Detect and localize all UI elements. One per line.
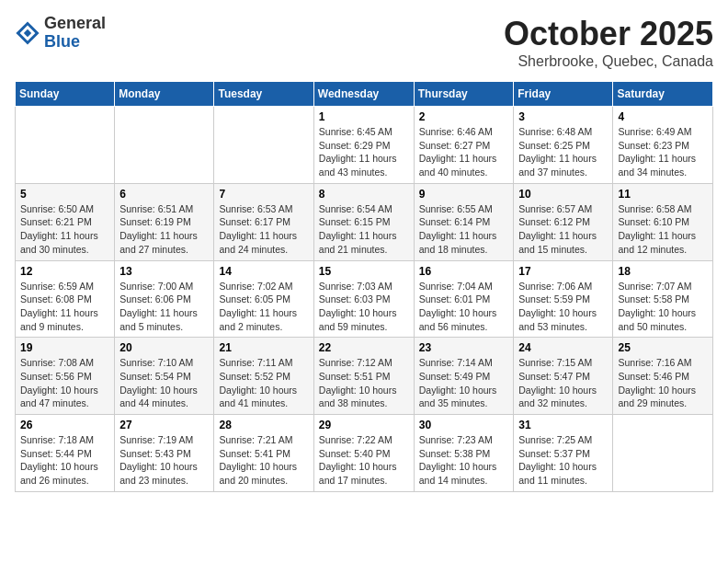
day-info: Sunrise: 7:07 AM Sunset: 5:58 PM Dayligh… xyxy=(618,280,708,334)
day-info: Sunrise: 7:11 AM Sunset: 5:52 PM Dayligh… xyxy=(219,356,308,410)
logo-general-text: General xyxy=(44,15,106,33)
day-info: Sunrise: 6:54 AM Sunset: 6:15 PM Dayligh… xyxy=(319,202,409,257)
day-number: 6 xyxy=(119,188,209,201)
table-row: 18Sunrise: 7:07 AM Sunset: 5:58 PM Dayli… xyxy=(613,260,713,338)
calendar-week-row: 12Sunrise: 6:59 AM Sunset: 6:08 PM Dayli… xyxy=(16,260,713,338)
table-row: 11Sunrise: 6:58 AM Sunset: 6:10 PM Dayli… xyxy=(613,183,713,260)
day-info: Sunrise: 7:14 AM Sunset: 5:49 PM Dayligh… xyxy=(419,356,509,410)
day-info: Sunrise: 7:22 AM Sunset: 5:40 PM Dayligh… xyxy=(319,433,409,488)
day-info: Sunrise: 7:12 AM Sunset: 5:51 PM Dayligh… xyxy=(319,356,409,410)
table-row: 28Sunrise: 7:21 AM Sunset: 5:41 PM Dayli… xyxy=(214,415,313,492)
table-row: 22Sunrise: 7:12 AM Sunset: 5:51 PM Dayli… xyxy=(313,338,414,415)
table-row: 24Sunrise: 7:15 AM Sunset: 5:47 PM Dayli… xyxy=(514,338,613,415)
day-info: Sunrise: 6:58 AM Sunset: 6:10 PM Dayligh… xyxy=(618,202,708,257)
col-saturday: Saturday xyxy=(613,82,713,107)
table-row: 7Sunrise: 6:53 AM Sunset: 6:17 PM Daylig… xyxy=(214,183,313,260)
calendar-week-row: 1Sunrise: 6:45 AM Sunset: 6:29 PM Daylig… xyxy=(16,107,713,184)
day-number: 22 xyxy=(319,341,409,354)
table-row: 4Sunrise: 6:49 AM Sunset: 6:23 PM Daylig… xyxy=(613,107,713,184)
col-wednesday: Wednesday xyxy=(313,82,414,107)
title-block: October 2025 Sherbrooke, Quebec, Canada xyxy=(504,15,713,70)
day-info: Sunrise: 6:59 AM Sunset: 6:08 PM Dayligh… xyxy=(20,280,109,334)
day-info: Sunrise: 7:25 AM Sunset: 5:37 PM Dayligh… xyxy=(518,433,608,488)
col-tuesday: Tuesday xyxy=(214,82,313,107)
day-info: Sunrise: 6:53 AM Sunset: 6:17 PM Dayligh… xyxy=(219,202,308,257)
day-info: Sunrise: 7:08 AM Sunset: 5:56 PM Dayligh… xyxy=(20,356,109,410)
month-title: October 2025 xyxy=(504,15,713,53)
day-number: 25 xyxy=(618,341,708,354)
table-row: 26Sunrise: 7:18 AM Sunset: 5:44 PM Dayli… xyxy=(16,415,115,492)
logo: General Blue xyxy=(15,15,106,52)
day-number: 8 xyxy=(319,188,409,201)
day-info: Sunrise: 7:04 AM Sunset: 6:01 PM Dayligh… xyxy=(419,280,509,334)
calendar-table: Sunday Monday Tuesday Wednesday Thursday… xyxy=(15,81,713,492)
page-header: General Blue October 2025 Sherbrooke, Qu… xyxy=(15,15,713,70)
day-number: 21 xyxy=(219,341,308,354)
day-number: 3 xyxy=(518,110,608,123)
col-sunday: Sunday xyxy=(16,82,115,107)
day-number: 31 xyxy=(518,419,608,431)
table-row: 20Sunrise: 7:10 AM Sunset: 5:54 PM Dayli… xyxy=(115,338,214,415)
table-row xyxy=(214,107,313,184)
table-row: 23Sunrise: 7:14 AM Sunset: 5:49 PM Dayli… xyxy=(414,338,514,415)
col-thursday: Thursday xyxy=(414,82,514,107)
day-info: Sunrise: 7:16 AM Sunset: 5:46 PM Dayligh… xyxy=(618,356,708,410)
day-info: Sunrise: 6:57 AM Sunset: 6:12 PM Dayligh… xyxy=(518,202,608,257)
table-row xyxy=(115,107,214,184)
table-row xyxy=(613,415,713,492)
day-number: 12 xyxy=(20,265,109,278)
day-info: Sunrise: 7:02 AM Sunset: 6:05 PM Dayligh… xyxy=(219,280,308,334)
table-row: 27Sunrise: 7:19 AM Sunset: 5:43 PM Dayli… xyxy=(115,415,214,492)
day-number: 17 xyxy=(518,265,608,278)
table-row: 31Sunrise: 7:25 AM Sunset: 5:37 PM Dayli… xyxy=(514,415,613,492)
day-number: 5 xyxy=(20,188,109,201)
col-monday: Monday xyxy=(115,82,214,107)
table-row: 21Sunrise: 7:11 AM Sunset: 5:52 PM Dayli… xyxy=(214,338,313,415)
table-row: 6Sunrise: 6:51 AM Sunset: 6:19 PM Daylig… xyxy=(115,183,214,260)
day-info: Sunrise: 7:19 AM Sunset: 5:43 PM Dayligh… xyxy=(119,433,209,488)
day-number: 7 xyxy=(219,188,308,201)
calendar-week-row: 26Sunrise: 7:18 AM Sunset: 5:44 PM Dayli… xyxy=(16,415,713,492)
day-info: Sunrise: 6:51 AM Sunset: 6:19 PM Dayligh… xyxy=(119,202,209,257)
table-row: 9Sunrise: 6:55 AM Sunset: 6:14 PM Daylig… xyxy=(414,183,514,260)
day-info: Sunrise: 7:18 AM Sunset: 5:44 PM Dayligh… xyxy=(20,433,109,488)
table-row: 12Sunrise: 6:59 AM Sunset: 6:08 PM Dayli… xyxy=(16,260,115,338)
logo-blue-text: Blue xyxy=(44,33,106,52)
day-info: Sunrise: 6:45 AM Sunset: 6:29 PM Dayligh… xyxy=(319,125,409,179)
location-subtitle: Sherbrooke, Quebec, Canada xyxy=(504,53,713,70)
day-number: 10 xyxy=(518,188,608,201)
day-number: 29 xyxy=(319,419,409,431)
table-row: 5Sunrise: 6:50 AM Sunset: 6:21 PM Daylig… xyxy=(16,183,115,260)
table-row: 25Sunrise: 7:16 AM Sunset: 5:46 PM Dayli… xyxy=(613,338,713,415)
table-row: 17Sunrise: 7:06 AM Sunset: 5:59 PM Dayli… xyxy=(514,260,613,338)
col-friday: Friday xyxy=(514,82,613,107)
table-row: 16Sunrise: 7:04 AM Sunset: 6:01 PM Dayli… xyxy=(414,260,514,338)
day-number: 15 xyxy=(319,265,409,278)
day-number: 13 xyxy=(119,265,209,278)
calendar-header-row: Sunday Monday Tuesday Wednesday Thursday… xyxy=(16,82,713,107)
table-row: 2Sunrise: 6:46 AM Sunset: 6:27 PM Daylig… xyxy=(414,107,514,184)
day-info: Sunrise: 7:00 AM Sunset: 6:06 PM Dayligh… xyxy=(119,280,209,334)
day-info: Sunrise: 7:03 AM Sunset: 6:03 PM Dayligh… xyxy=(319,280,409,334)
day-number: 16 xyxy=(419,265,509,278)
table-row: 8Sunrise: 6:54 AM Sunset: 6:15 PM Daylig… xyxy=(313,183,414,260)
day-info: Sunrise: 6:50 AM Sunset: 6:21 PM Dayligh… xyxy=(20,202,109,257)
day-number: 19 xyxy=(20,341,109,354)
table-row: 29Sunrise: 7:22 AM Sunset: 5:40 PM Dayli… xyxy=(313,415,414,492)
day-info: Sunrise: 6:49 AM Sunset: 6:23 PM Dayligh… xyxy=(618,125,708,179)
table-row: 3Sunrise: 6:48 AM Sunset: 6:25 PM Daylig… xyxy=(514,107,613,184)
day-number: 2 xyxy=(419,110,509,123)
day-number: 23 xyxy=(419,341,509,354)
table-row: 15Sunrise: 7:03 AM Sunset: 6:03 PM Dayli… xyxy=(313,260,414,338)
day-info: Sunrise: 7:06 AM Sunset: 5:59 PM Dayligh… xyxy=(518,280,608,334)
day-number: 14 xyxy=(219,265,308,278)
table-row: 10Sunrise: 6:57 AM Sunset: 6:12 PM Dayli… xyxy=(514,183,613,260)
day-number: 20 xyxy=(119,341,209,354)
day-number: 4 xyxy=(618,110,708,123)
day-number: 28 xyxy=(219,419,308,431)
table-row: 1Sunrise: 6:45 AM Sunset: 6:29 PM Daylig… xyxy=(313,107,414,184)
day-info: Sunrise: 7:21 AM Sunset: 5:41 PM Dayligh… xyxy=(219,433,308,488)
table-row: 19Sunrise: 7:08 AM Sunset: 5:56 PM Dayli… xyxy=(16,338,115,415)
day-number: 9 xyxy=(419,188,509,201)
table-row: 14Sunrise: 7:02 AM Sunset: 6:05 PM Dayli… xyxy=(214,260,313,338)
